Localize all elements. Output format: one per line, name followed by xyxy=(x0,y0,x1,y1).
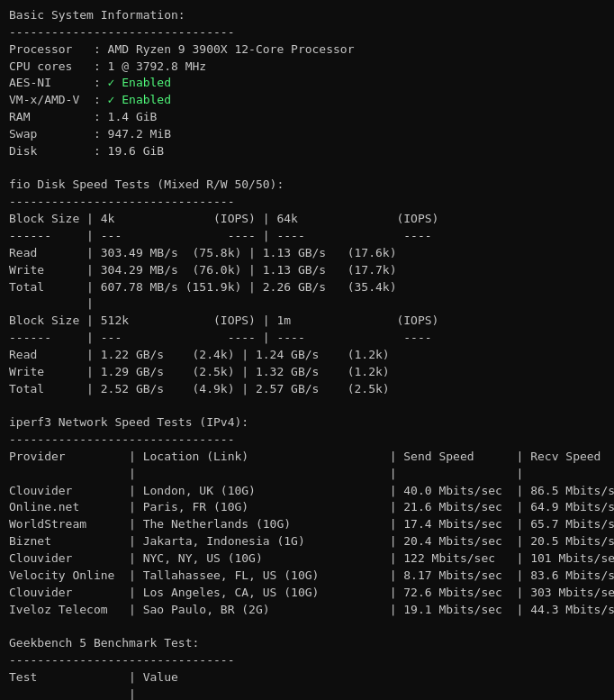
swap-row: Swap : 947.2 MiB xyxy=(9,127,171,141)
iperf3-row-5: Clouvider | NYC, NY, US (10G) | 122 Mbit… xyxy=(9,551,614,565)
fio-title: fio Disk Speed Tests (Mixed R/W 50/50): xyxy=(9,177,284,191)
fio-sep-512k: ------ | --- ---- | ---- ---- xyxy=(9,331,432,344)
disk-row: Disk : 19.6 GiB xyxy=(9,144,164,158)
fio-read-4k: Read | 303.49 MB/s (75.8k) | 1.13 GB/s (… xyxy=(9,246,396,259)
basic-system-divider: -------------------------------- xyxy=(9,25,234,39)
fio-header-4k: Block Size | 4k (IOPS) | 64k (IOPS) xyxy=(9,212,438,225)
fio-write-512k: Write | 1.29 GB/s (2.5k) | 1.32 GB/s (1.… xyxy=(9,365,390,378)
iperf3-title: iperf3 Network Speed Tests (IPv4): xyxy=(9,415,248,429)
iperf3-row-2: Online.net | Paris, FR (10G) | 21.6 Mbit… xyxy=(9,500,614,514)
vm-amd-value: ✓ Enabled xyxy=(108,93,171,106)
fio-total-512k: Total | 2.52 GB/s (4.9k) | 2.57 GB/s (2.… xyxy=(9,382,390,395)
fio-divider: -------------------------------- xyxy=(9,195,234,208)
iperf3-row-7: Clouvider | Los Angeles, CA, US (10G) | … xyxy=(9,586,614,599)
fio-read-512k: Read | 1.22 GB/s (2.4k) | 1.24 GB/s (1.2… xyxy=(9,348,390,361)
vm-amd-row: VM-x/AMD-V : ✓ Enabled xyxy=(9,93,171,106)
aes-ni-value: ✓ Enabled xyxy=(108,76,171,89)
processor-row: Processor : AMD Ryzen 9 3900X 12-Core Pr… xyxy=(9,42,355,56)
fio-total-4k: Total | 607.78 MB/s (151.9k) | 2.26 GB/s… xyxy=(9,280,396,294)
geekbench-divider: -------------------------------- xyxy=(9,653,234,667)
iperf3-divider: -------------------------------- xyxy=(9,432,234,446)
fio-sep-4k: ------ | --- ---- | ---- ---- xyxy=(9,229,432,242)
aes-ni-row: AES-NI : ✓ Enabled xyxy=(9,76,171,89)
ram-row: RAM : 1.4 GiB xyxy=(9,110,157,123)
geekbench-title: Geekbench 5 Benchmark Test: xyxy=(9,636,199,650)
iperf3-row-6: Velocity Online | Tallahassee, FL, US (1… xyxy=(9,568,614,582)
iperf3-header: Provider | Location (Link) | Send Speed … xyxy=(9,450,600,463)
fio-write-4k: Write | 304.29 MB/s (76.0k) | 1.13 GB/s … xyxy=(9,263,396,277)
fio-header-512k: Block Size | 512k (IOPS) | 1m (IOPS) xyxy=(9,314,438,327)
iperf3-row-8: Iveloz Telecom | Sao Paulo, BR (2G) | 19… xyxy=(9,603,614,616)
terminal-output: Basic System Information: --------------… xyxy=(9,7,605,700)
iperf3-row-3: WorldStream | The Netherlands (10G) | 17… xyxy=(9,517,614,531)
iperf3-row-1: Clouvider | London, UK (10G) | 40.0 Mbit… xyxy=(9,484,614,497)
cpu-cores-row: CPU cores : 1 @ 3792.8 MHz xyxy=(9,59,206,73)
iperf3-row-4: Biznet | Jakarta, Indonesia (1G) | 20.4 … xyxy=(9,534,614,548)
geekbench-header: Test | Value xyxy=(9,670,178,684)
basic-system-title: Basic System Information: xyxy=(9,8,185,22)
